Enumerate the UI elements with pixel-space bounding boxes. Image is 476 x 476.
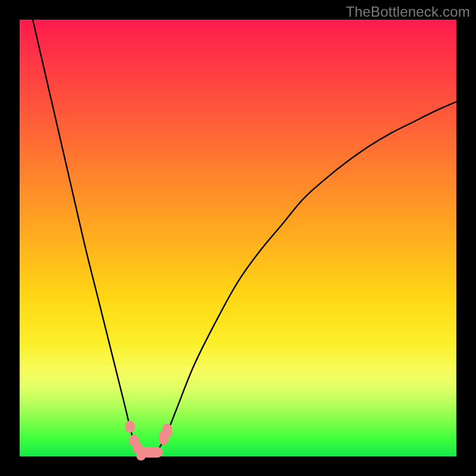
plot-area: [20, 20, 456, 456]
marker-dot: [162, 424, 172, 438]
marker-dot: [126, 421, 135, 433]
curve-layer: [20, 20, 456, 456]
chart-frame: TheBottleneck.com: [0, 0, 476, 476]
watermark-text: TheBottleneck.com: [346, 4, 470, 20]
optimal-zone-markers: [126, 421, 172, 461]
bottleneck-curve: [33, 20, 456, 458]
marker-bar: [139, 447, 163, 458]
